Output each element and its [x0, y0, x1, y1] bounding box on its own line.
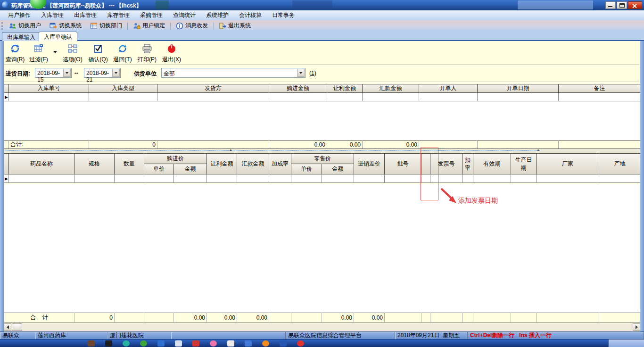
exit-system-button[interactable]: 退出系统: [215, 22, 255, 30]
switch-user-icon: [9, 22, 17, 30]
print-button[interactable]: 打印(P): [136, 43, 158, 64]
t2-header-unit-price[interactable]: 单价: [144, 164, 174, 174]
minimize-button[interactable]: [605, 1, 616, 9]
t1-header-type[interactable]: 入库类型: [89, 84, 157, 93]
menu-item-purchasing[interactable]: 采购管理: [135, 10, 168, 20]
t2-total-price-diff: 0.00: [354, 313, 385, 322]
switch-user-button[interactable]: 切换用户: [5, 22, 45, 30]
close-button[interactable]: [628, 1, 642, 9]
t2-header-amount[interactable]: 金额: [174, 164, 207, 174]
t1-total-purchase: 0.00: [269, 140, 327, 149]
taskbar-app-icon[interactable]: [105, 340, 112, 347]
taskbar-app-icon[interactable]: [262, 340, 269, 347]
table2-empty-area: [4, 184, 640, 313]
t2-total-amount: 0.00: [174, 313, 207, 322]
table-row[interactable]: ▶: [4, 174, 641, 183]
switch-department-button[interactable]: 切换部门: [86, 22, 126, 30]
tab-inbound-confirm[interactable]: 入库单确认: [39, 32, 77, 41]
t2-header-expiry[interactable]: 有效期: [473, 154, 511, 174]
taskbar-app-icon[interactable]: [210, 340, 217, 347]
horizontal-scrollbar[interactable]: [4, 323, 640, 331]
t2-header-drug-name[interactable]: 药品名称: [9, 154, 74, 174]
supplier-dropdown-button[interactable]: [297, 69, 305, 77]
taskbar-app-icon[interactable]: [123, 340, 130, 347]
t1-header-date[interactable]: 开单日期: [478, 84, 559, 93]
t2-header-retail-group[interactable]: 零售价: [291, 154, 354, 164]
grid-splitter[interactable]: ▲ ▲: [4, 149, 640, 153]
table-row[interactable]: ▶: [4, 93, 641, 101]
t2-header-markup[interactable]: 加成率: [269, 154, 291, 174]
menu-item-accounting[interactable]: 会计核算: [234, 10, 267, 20]
t2-total-qty: 0: [74, 313, 115, 322]
window-left-border: [0, 41, 4, 331]
menu-item-sys-maint[interactable]: 系统维护: [201, 10, 234, 20]
t2-header-remittance[interactable]: 汇款金额: [237, 154, 269, 174]
t2-header-price-diff[interactable]: 进销差价: [354, 154, 385, 174]
exit-button[interactable]: 退出(X): [160, 43, 183, 64]
inbound-orders-total-row: 合计: 0 0.00 0.00 0.00: [4, 140, 641, 149]
chevron-down-icon: [53, 51, 57, 53]
supplier-select[interactable]: 全部: [161, 68, 305, 78]
scroll-left-button[interactable]: [4, 323, 11, 331]
t2-header-discount[interactable]: 扣率: [462, 154, 473, 174]
menu-item-user-ops[interactable]: 用户操作: [3, 10, 36, 20]
scrollbar-thumb[interactable]: [12, 323, 22, 331]
date-to-picker[interactable]: 2018-09-21: [84, 68, 121, 78]
filter-button[interactable]: 过滤(F): [27, 43, 50, 64]
t2-header-qty[interactable]: 数量: [115, 154, 144, 174]
taskbar-app-icon[interactable]: [245, 340, 252, 347]
return-button[interactable]: 退回(T): [111, 43, 134, 64]
t1-header-order-no[interactable]: 入库单号: [9, 84, 89, 93]
menu-item-query-stats[interactable]: 查询统计: [168, 10, 201, 20]
menu-item-inventory[interactable]: 库存管理: [102, 10, 135, 20]
taskbar-app-icon[interactable]: [297, 340, 304, 347]
taskbar-app-icon[interactable]: [88, 340, 95, 347]
t2-header-prod-date[interactable]: 生产日期: [511, 154, 537, 174]
options-button[interactable]: 选项(O): [61, 43, 84, 64]
t2-header-purchase-group[interactable]: 购进价: [144, 154, 207, 164]
menu-item-daily-tasks[interactable]: 日常事务: [267, 10, 300, 20]
t2-header-origin[interactable]: 产地: [599, 154, 641, 174]
query-button[interactable]: 查询(R): [4, 43, 26, 64]
scroll-right-button[interactable]: [633, 323, 640, 331]
t1-header-creator[interactable]: 开单人: [419, 84, 478, 93]
date-from-picker[interactable]: 2018-09-15: [35, 68, 72, 78]
t2-header-batch[interactable]: 批号: [385, 154, 421, 174]
filter-divider: [4, 82, 639, 83]
options-icon: [67, 43, 78, 54]
t1-header-remittance[interactable]: 汇款金额: [363, 84, 419, 93]
filter-dropdown-button[interactable]: [51, 48, 59, 55]
taskbar-app-icon[interactable]: [157, 340, 165, 347]
t2-header-spec[interactable]: 规格: [74, 154, 115, 174]
menu-item-inbound[interactable]: 入库管理: [36, 10, 69, 20]
messages-button[interactable]: 消息收发: [172, 22, 212, 30]
splitter-arrow-icon[interactable]: ▲: [537, 148, 540, 151]
splitter-arrow-icon[interactable]: ▲: [229, 148, 232, 151]
t1-header-remark[interactable]: 备注: [559, 84, 641, 93]
t2-header-manufacturer[interactable]: 厂家: [537, 154, 599, 174]
taskbar-app-icon[interactable]: [280, 340, 287, 347]
toolbar-grip[interactable]: [1, 22, 3, 30]
t2-header-retail-amount[interactable]: 金额: [322, 164, 354, 174]
system-tray[interactable]: [608, 339, 644, 347]
t1-header-purchase[interactable]: 购进金额: [269, 84, 327, 93]
taskbar-app-icon[interactable]: [175, 340, 182, 347]
switch-system-button[interactable]: 切换系统: [45, 22, 86, 30]
taskbar-app-icon[interactable]: [192, 340, 199, 347]
filter-icon: [33, 43, 44, 54]
date-to-dropdown-button[interactable]: [112, 69, 120, 77]
menu-item-outbound[interactable]: 出库管理: [69, 10, 102, 20]
chevron-down-icon: [115, 72, 117, 74]
t1-header-shipper[interactable]: 发货方: [157, 84, 269, 93]
date-from-dropdown-button[interactable]: [63, 69, 71, 77]
tab-outbound-entry[interactable]: 出库单输入: [2, 32, 41, 41]
t2-header-rebate[interactable]: 让利金额: [207, 154, 237, 174]
taskbar-app-icon[interactable]: [227, 340, 234, 347]
taskbar-app-icon[interactable]: [140, 340, 147, 347]
t2-header-retail-unit[interactable]: 单价: [291, 164, 322, 174]
t1-header-rebate[interactable]: 让利金额: [327, 84, 363, 93]
confirm-button[interactable]: 确认(Q): [87, 43, 109, 64]
lock-user-button[interactable]: 用户锁定: [129, 22, 169, 30]
maximize-button[interactable]: [617, 1, 627, 9]
quick-toolbar: 切换用户 切换系统 切换部门 用户锁定 消息收发 退出系统: [0, 20, 644, 31]
